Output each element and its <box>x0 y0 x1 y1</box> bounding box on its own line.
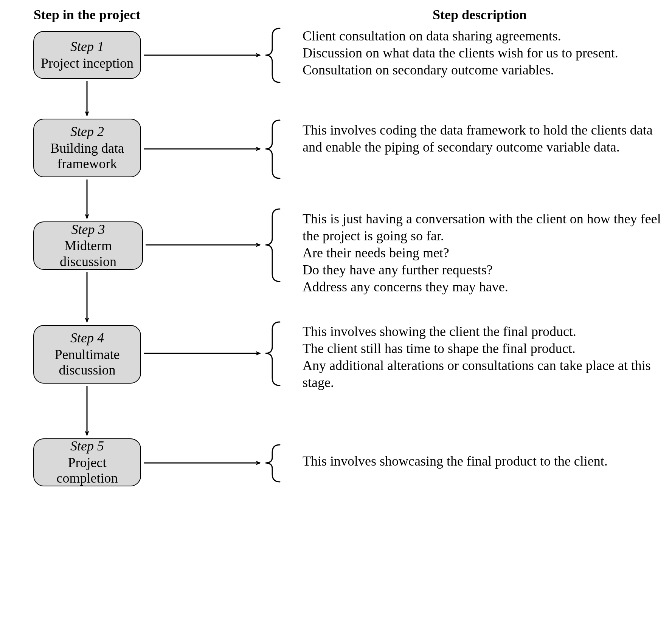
right-arrows <box>144 55 260 463</box>
braces <box>265 28 280 482</box>
connectors-overlay <box>0 0 672 633</box>
section-title-right: Step description <box>287 7 672 23</box>
step-description-3: This is just having a conversation with … <box>303 210 662 296</box>
step-description-5: This involves showcasing the final produ… <box>303 453 662 470</box>
brace-icon <box>265 209 280 282</box>
step-title-3: Step 3 <box>71 222 105 237</box>
step-box-2: Step 2 Building data framework <box>33 119 141 177</box>
diagram-canvas: Step in the project Step description Ste… <box>0 0 672 633</box>
step-box-1: Step 1 Project inception <box>33 31 141 79</box>
step-box-4: Step 4 Penultimate discussion <box>33 325 141 384</box>
step-label-2: Building data framework <box>39 141 136 172</box>
section-title-left: Step in the project <box>0 7 174 23</box>
step-title-1: Step 1 <box>70 39 104 54</box>
step-description-1: Client consultation on data sharing agre… <box>303 28 662 79</box>
step-box-5: Step 5 Project completion <box>33 438 141 486</box>
step-description-4: This involves showing the client the fin… <box>303 323 662 391</box>
step-description-2: This involves coding the data framework … <box>303 122 662 156</box>
step-box-3: Step 3 Midterm discussion <box>33 221 143 270</box>
step-title-4: Step 4 <box>70 330 104 346</box>
step-label-1: Project inception <box>41 56 133 71</box>
step-title-2: Step 2 <box>70 124 104 139</box>
brace-icon <box>265 28 280 82</box>
brace-icon <box>265 445 280 482</box>
step-label-5: Project completion <box>39 455 136 486</box>
brace-icon <box>265 120 280 178</box>
step-label-4: Penultimate discussion <box>39 347 136 378</box>
step-label-3: Midterm discussion <box>39 238 138 269</box>
step-title-5: Step 5 <box>70 438 104 454</box>
brace-icon <box>265 322 280 385</box>
